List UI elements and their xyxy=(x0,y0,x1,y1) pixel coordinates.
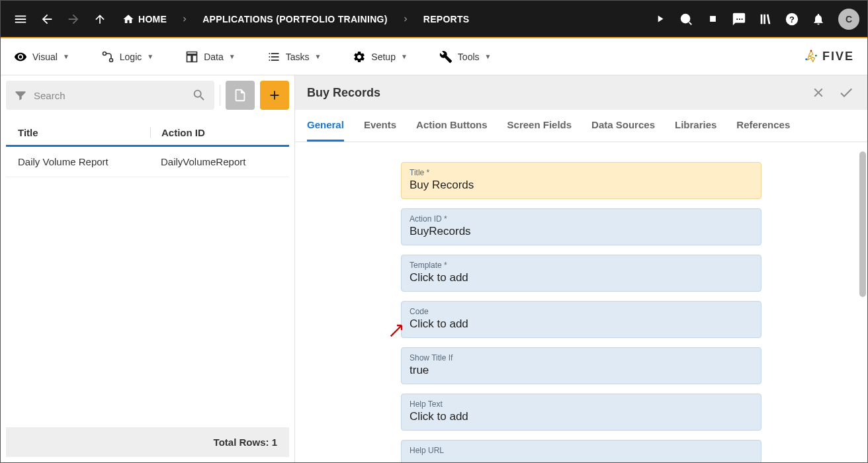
left-panel: Title Action ID Daily Volume Report Dail… xyxy=(1,75,294,462)
menu-setup[interactable]: Setup▼ xyxy=(353,50,408,63)
field-show-title-value: true xyxy=(410,364,753,377)
menu-logic-label: Logic xyxy=(120,52,142,62)
total-label: Total Rows: xyxy=(214,437,269,448)
field-action-id[interactable]: Action ID * BuyRecords xyxy=(401,208,761,245)
field-template-value: Click to add xyxy=(410,271,753,284)
stop-icon[interactable] xyxy=(701,7,724,31)
chevron-right-icon xyxy=(396,15,415,24)
menu-setup-label: Setup xyxy=(371,52,396,62)
svg-point-6 xyxy=(810,50,812,52)
svg-point-8 xyxy=(805,58,807,60)
field-action-id-label: Action ID * xyxy=(410,214,753,224)
breadcrumb-page-label: REPORTS xyxy=(423,14,470,24)
chevron-right-icon xyxy=(175,15,195,24)
row-title: Daily Volume Report xyxy=(18,156,150,167)
back-arrow-icon[interactable] xyxy=(35,7,59,31)
check-icon[interactable] xyxy=(837,83,855,102)
field-show-title-if[interactable]: Show Title If true xyxy=(401,347,761,384)
field-code-value: Click to add xyxy=(410,317,753,331)
right-panel: Buy Records General Events Action Button… xyxy=(294,75,867,462)
field-help-text-value: Click to add xyxy=(410,410,753,423)
tab-data-sources[interactable]: Data Sources xyxy=(591,110,655,142)
field-code[interactable]: Code Click to add xyxy=(401,301,761,338)
search-input[interactable] xyxy=(34,90,185,101)
chevron-down-icon: ▼ xyxy=(314,53,321,60)
menu-tools[interactable]: Tools▼ xyxy=(439,50,492,63)
play-icon[interactable] xyxy=(648,7,672,31)
tab-references[interactable]: References xyxy=(736,110,790,142)
field-action-id-value: BuyRecords xyxy=(410,225,753,238)
form-area: Title * Buy Records Action ID * BuyRecor… xyxy=(295,142,867,462)
top-app-bar: HOME APPLICATIONS (PORTFOLIO TRAINING) R… xyxy=(1,1,867,38)
total-rows: Total Rows: 1 xyxy=(6,427,289,457)
search-container xyxy=(6,81,214,110)
svg-text:?: ? xyxy=(789,14,795,24)
user-avatar[interactable]: C xyxy=(838,9,859,30)
menu-visual[interactable]: Visual▼ xyxy=(14,50,69,63)
menu-bar: Visual▼ Logic▼ Data▼ Tasks▼ Setup▼ Tools… xyxy=(1,38,867,75)
document-button[interactable] xyxy=(226,81,255,110)
tab-libraries[interactable]: Libraries xyxy=(675,110,716,142)
tab-screen-fields[interactable]: Screen Fields xyxy=(507,110,572,142)
menu-data[interactable]: Data▼ xyxy=(185,50,235,63)
menu-logic[interactable]: Logic▼ xyxy=(101,50,153,63)
menu-visual-label: Visual xyxy=(32,52,58,62)
row-action-id: DailyVolumeReport xyxy=(150,156,245,167)
field-code-label: Code xyxy=(410,307,753,316)
svg-rect-1 xyxy=(710,16,716,22)
breadcrumb: HOME APPLICATIONS (PORTFOLIO TRAINING) R… xyxy=(117,11,475,28)
column-title[interactable]: Title xyxy=(18,127,150,138)
field-help-url[interactable]: Help URL xyxy=(401,440,761,462)
field-help-text[interactable]: Help Text Click to add xyxy=(401,394,761,431)
menu-data-label: Data xyxy=(204,52,224,62)
column-action-id[interactable]: Action ID xyxy=(150,127,205,138)
brand-logo: FIVE xyxy=(804,50,854,64)
field-help-text-label: Help Text xyxy=(410,400,753,409)
search-icon[interactable] xyxy=(192,88,206,103)
field-title-value: Buy Records xyxy=(410,179,753,192)
field-template-label: Template * xyxy=(410,261,753,270)
search-star-icon[interactable] xyxy=(674,7,698,31)
svg-point-7 xyxy=(815,54,817,56)
breadcrumb-app-label: APPLICATIONS (PORTFOLIO TRAINING) xyxy=(202,14,388,24)
avatar-initial: C xyxy=(846,14,852,24)
chevron-down-icon: ▼ xyxy=(401,53,408,60)
field-help-url-label: Help URL xyxy=(410,446,753,455)
field-show-title-label: Show Title If xyxy=(410,353,753,362)
list-header: Title Action ID xyxy=(6,119,289,147)
filter-icon[interactable] xyxy=(14,89,27,102)
up-arrow-icon[interactable] xyxy=(88,7,112,31)
scrollbar-thumb[interactable] xyxy=(859,151,866,297)
menu-tasks[interactable]: Tasks▼ xyxy=(267,50,322,63)
add-button[interactable] xyxy=(260,81,289,110)
list-row[interactable]: Daily Volume Report DailyVolumeReport xyxy=(6,147,289,177)
field-title[interactable]: Title * Buy Records xyxy=(401,162,761,199)
detail-tabs: General Events Action Buttons Screen Fie… xyxy=(295,110,867,142)
chevron-down-icon: ▼ xyxy=(147,53,153,60)
chat-icon[interactable] xyxy=(727,7,751,31)
bell-icon[interactable] xyxy=(806,7,830,31)
breadcrumb-page[interactable]: REPORTS xyxy=(418,11,475,27)
tab-general[interactable]: General xyxy=(307,110,344,142)
chevron-down-icon: ▼ xyxy=(229,53,236,60)
library-icon[interactable] xyxy=(754,7,777,31)
chevron-down-icon: ▼ xyxy=(63,53,69,60)
hamburger-icon[interactable] xyxy=(9,7,32,31)
menu-tasks-label: Tasks xyxy=(286,52,310,62)
breadcrumb-app[interactable]: APPLICATIONS (PORTFOLIO TRAINING) xyxy=(197,11,393,27)
brand-text: FIVE xyxy=(822,50,854,63)
tab-action-buttons[interactable]: Action Buttons xyxy=(416,110,487,142)
detail-header: Buy Records xyxy=(295,75,867,110)
breadcrumb-home-label: HOME xyxy=(138,14,167,24)
breadcrumb-home[interactable]: HOME xyxy=(117,11,172,28)
detail-title: Buy Records xyxy=(307,86,380,100)
svg-point-5 xyxy=(109,58,112,62)
tab-events[interactable]: Events xyxy=(364,110,396,142)
close-icon[interactable] xyxy=(809,83,828,102)
menu-tools-label: Tools xyxy=(458,52,480,62)
field-template[interactable]: Template * Click to add xyxy=(401,255,761,292)
svg-point-0 xyxy=(681,14,690,22)
forward-arrow-icon xyxy=(62,7,85,31)
help-icon[interactable]: ? xyxy=(780,7,804,31)
svg-point-4 xyxy=(103,52,106,55)
